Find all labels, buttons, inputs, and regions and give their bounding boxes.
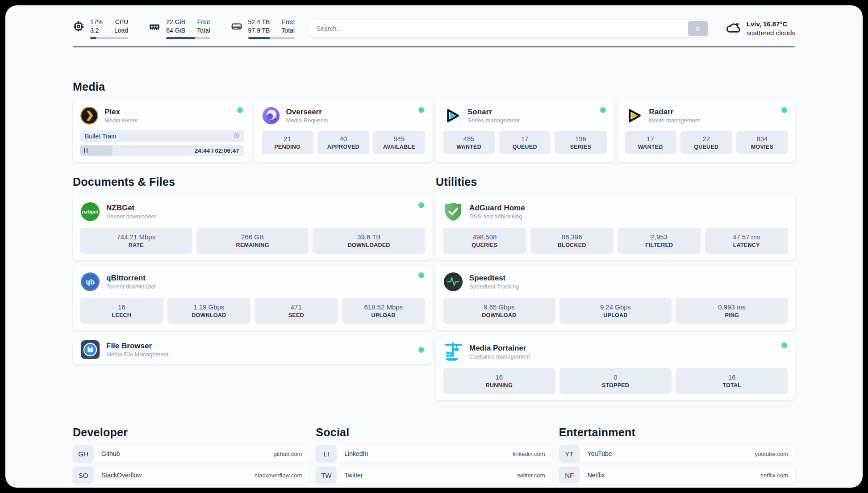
app-title: AdGuard Home (469, 203, 525, 213)
bookmark-abbr-badge: NF (559, 467, 580, 484)
storage-total-label: Total (281, 26, 295, 35)
app-title: Speedtest (469, 273, 519, 283)
weather-widget: Lviv, 16.87°C scattered clouds (725, 20, 795, 38)
app-card-qbittorrent[interactable]: qb qBittorrent Torrent downloader 16 LEE… (73, 265, 432, 330)
status-dot (781, 107, 787, 113)
memory-free-label: Free (197, 18, 210, 26)
app-card-speedtest[interactable]: Speedtest Speedtest Tracking 9.65 Gbps D… (436, 265, 795, 330)
header-divider (73, 46, 795, 47)
cpu-load-value: 3.2 (90, 26, 103, 35)
svg-text:qb: qb (86, 278, 95, 286)
app-title: File Browser (106, 341, 168, 351)
bookmark-twitter[interactable]: TW Twitter twitter.com (316, 467, 552, 484)
stat-pill: 9.24 Gbps UPLOAD (559, 298, 672, 324)
status-dot (237, 107, 243, 113)
stat-pill: 22 QUEUED (680, 131, 732, 154)
playback-progress-bar[interactable]: 24:44 / 02:06:47 (80, 145, 244, 156)
stat-pill: 1.19 Gbps DOWNLOAD (167, 298, 251, 324)
search-input[interactable] (310, 20, 709, 38)
bookmark-group-social: Social LI LinkedIn linkedin.com TW Twitt… (316, 426, 552, 488)
app-subtitle: Media File Management (106, 351, 168, 359)
bookmark-linkedin[interactable]: LI LinkedIn linkedin.com (316, 445, 552, 462)
app-subtitle: DNS and adblocking (469, 213, 525, 221)
stat-pill: 16 RUNNING (443, 368, 555, 394)
cpu-usage-value: 17% (90, 18, 103, 26)
stat-pill: 17 QUEUED (499, 131, 551, 154)
section-title-entertainment: Entertainment (559, 426, 795, 439)
bookmark-youtube[interactable]: YT YouTube youtube.com (559, 445, 795, 462)
disk-icon (231, 18, 242, 32)
stat-pill: 40 APPROVED (317, 131, 369, 154)
portainer-icon (443, 342, 463, 362)
stat-pill: 945 AVAILABLE (373, 131, 425, 154)
app-subtitle: Media server (104, 117, 138, 125)
stat-pill: 17 WANTED (625, 131, 676, 154)
cpu-progress-fill (90, 37, 96, 39)
app-card-plex[interactable]: Plex Media server Bullet Train 24:44 / 0… (73, 100, 251, 162)
stat-pill: 9.65 Gbps DOWNLOAD (443, 298, 555, 324)
section-title-developer: Developer (73, 426, 309, 439)
app-card-sonarr[interactable]: Sonarr Series management 485 WANTED 17 Q… (436, 100, 614, 162)
app-card-radarr[interactable]: Radarr Movie management 17 WANTED 22 QUE… (618, 100, 796, 162)
bookmark-github[interactable]: GH Github github.com (73, 445, 309, 462)
bookmark-abbr-badge: LI (316, 445, 337, 462)
playback-time: 24:44 / 02:06:47 (195, 147, 244, 154)
stat-pill: 834 MOVIES (736, 131, 788, 154)
bookmark-abbr-badge: YT (559, 445, 580, 462)
app-subtitle: Movie management (649, 117, 700, 125)
plex-icon (80, 106, 99, 125)
bookmark-abbr-badge: GH (73, 445, 94, 462)
status-dot (418, 347, 424, 353)
stat-pill: 485 WANTED (443, 131, 495, 154)
now-playing-title: Bullet Train (85, 133, 116, 140)
storage-free-label: Free (281, 18, 295, 26)
nzbget-icon: nzbget (80, 201, 100, 222)
app-card-filebrowser[interactable]: File Browser Media File Management (73, 335, 432, 364)
weather-condition: scattered clouds (747, 29, 795, 38)
stat-pill: 47.57 ms LATENCY (705, 228, 789, 254)
search-engine-button[interactable]: G (688, 21, 708, 36)
stat-pill: 266 GB REMAINING (196, 228, 309, 254)
disc-icon[interactable] (233, 132, 240, 140)
stat-pill: 16 TOTAL (676, 368, 788, 394)
app-subtitle: Torrent downloader (106, 283, 156, 291)
stat-pill: 86,396 BLOCKED (530, 228, 614, 254)
app-title: qBittorrent (106, 273, 156, 283)
app-card-nzbget[interactable]: nzbget NZBGet Usenet downloader 744.21 M… (73, 195, 432, 260)
status-dot (418, 107, 424, 113)
top-bar: 17% 3.2 CPU Load (73, 5, 795, 39)
stat-pill: 498,508 QUERIES (443, 228, 526, 254)
app-subtitle: Container management (469, 353, 530, 361)
cpu-icon (73, 18, 84, 32)
app-card-adguard[interactable]: AdGuard Home DNS and adblocking 498,508 … (436, 195, 795, 260)
filebrowser-icon (80, 339, 100, 360)
cpu-progress-track (90, 37, 128, 39)
app-card-portainer[interactable]: Media Portainer Container management 16 … (436, 335, 795, 400)
app-subtitle: Speedtest Tracking (469, 283, 519, 291)
status-dot (781, 343, 787, 348)
memory-progress-track (166, 37, 210, 39)
bookmark-stackoverflow[interactable]: SO StackOverflow stackoverflow.com (73, 467, 309, 484)
storage-free-value: 52.4 TB (248, 18, 270, 26)
ram-icon (149, 18, 160, 32)
svg-text:nzbget: nzbget (82, 209, 99, 214)
status-dot (418, 202, 424, 208)
weather-location-temp: Lviv, 16.87°C (747, 20, 795, 29)
now-playing-bar[interactable]: Bullet Train (80, 130, 244, 142)
memory-progress-fill (166, 37, 195, 39)
playback-progress-fill (80, 145, 113, 156)
bookmark-netflix[interactable]: NF Netflix netflix.com (559, 467, 795, 484)
memory-total-value: 64 GiB (166, 26, 185, 35)
cpu-load-label: Load (114, 26, 128, 35)
system-stats: 17% 3.2 CPU Load (73, 18, 295, 39)
app-title: Sonarr (467, 107, 519, 117)
pause-icon[interactable] (84, 148, 88, 153)
section-title-utilities: Utilities (436, 175, 795, 188)
app-card-overseerr[interactable]: Overseerr Media Requests 21 PENDING 40 A… (255, 100, 433, 162)
app-subtitle: Series management (467, 117, 519, 125)
memory-stat: 22 GiB 64 GiB Free Total (149, 18, 210, 39)
stat-pill: 39.6 TB DOWNLOADED (313, 228, 425, 254)
storage-total-value: 97.9 TB (248, 26, 270, 35)
app-title: Radarr (649, 107, 700, 117)
app-subtitle: Usenet downloader (106, 213, 156, 221)
